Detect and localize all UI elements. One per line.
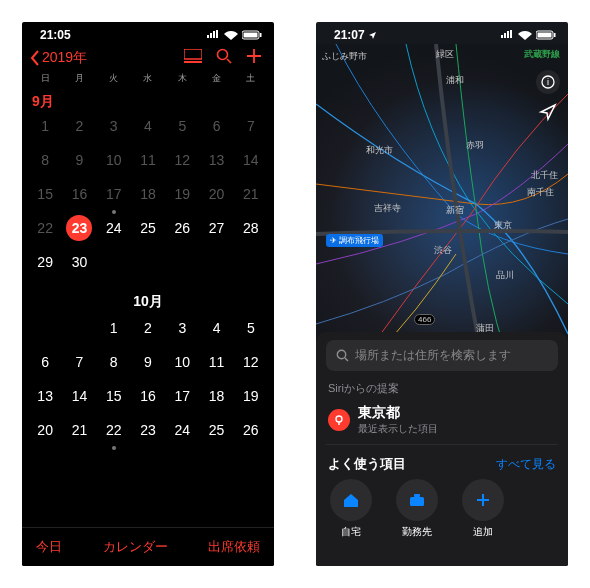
route-shield-466: 466 xyxy=(414,314,435,325)
day-cell[interactable]: 13 xyxy=(28,383,62,417)
day-cell[interactable]: 6 xyxy=(199,113,233,147)
day-cell[interactable]: 8 xyxy=(97,349,131,383)
day-cell[interactable]: 12 xyxy=(165,147,199,181)
day-cell[interactable]: 2 xyxy=(62,113,96,147)
day-cell[interactable]: 19 xyxy=(234,383,268,417)
day-cell[interactable]: 26 xyxy=(234,417,268,451)
label-chofu-airfield: ✈調布飛行場 xyxy=(326,234,383,247)
day-cell[interactable]: 25 xyxy=(199,417,233,451)
day-cell[interactable]: 1 xyxy=(28,113,62,147)
day-cell[interactable]: 4 xyxy=(131,113,165,147)
day-cell[interactable]: 14 xyxy=(234,147,268,181)
day-cell[interactable]: 2 xyxy=(131,315,165,349)
svg-rect-16 xyxy=(414,494,420,497)
day-cell[interactable]: 11 xyxy=(131,147,165,181)
day-cell[interactable]: 29 xyxy=(28,249,62,283)
favorite-add[interactable]: 追加 xyxy=(462,479,504,539)
day-cell xyxy=(165,249,199,283)
day-cell[interactable]: 17 xyxy=(165,383,199,417)
svg-rect-4 xyxy=(184,61,202,63)
day-cell[interactable]: 27 xyxy=(199,215,233,249)
add-event-button[interactable] xyxy=(246,48,262,68)
status-bar: 21:05 xyxy=(22,22,274,44)
svg-rect-8 xyxy=(538,33,552,38)
day-cell[interactable]: 21 xyxy=(62,417,96,451)
day-cell[interactable]: 24 xyxy=(165,417,199,451)
day-cell[interactable]: 9 xyxy=(62,147,96,181)
day-cell[interactable]: 6 xyxy=(28,349,62,383)
day-cell[interactable]: 7 xyxy=(234,113,268,147)
search-input[interactable]: 場所または住所を検索します xyxy=(326,340,558,371)
today-button[interactable]: 今日 xyxy=(36,538,62,556)
day-cell[interactable]: 5 xyxy=(165,113,199,147)
view-toggle-icon[interactable] xyxy=(184,49,202,67)
day-cell[interactable]: 18 xyxy=(199,383,233,417)
day-cell[interactable]: 18 xyxy=(131,181,165,215)
day-cell[interactable]: 12 xyxy=(234,349,268,383)
day-cell[interactable]: 8 xyxy=(28,147,62,181)
day-cell xyxy=(131,249,165,283)
day-cell[interactable]: 26 xyxy=(165,215,199,249)
day-cell[interactable]: 20 xyxy=(28,417,62,451)
label-kitasenju: 北千住 xyxy=(531,169,558,182)
day-cell[interactable]: 4 xyxy=(199,315,233,349)
day-cell[interactable]: 13 xyxy=(199,147,233,181)
day-cell[interactable]: 11 xyxy=(199,349,233,383)
favorite-work[interactable]: 勤務先 xyxy=(396,479,438,539)
label-akabane: 赤羽 xyxy=(466,139,484,152)
day-cell[interactable]: 30 xyxy=(62,249,96,283)
calendars-button[interactable]: カレンダー xyxy=(103,538,168,556)
calendar-header: 2019年 xyxy=(22,44,274,70)
back-to-year-button[interactable]: 2019年 xyxy=(30,49,87,67)
day-cell[interactable]: 10 xyxy=(97,147,131,181)
day-cell[interactable]: 9 xyxy=(131,349,165,383)
day-cell[interactable]: 19 xyxy=(165,181,199,215)
suggestion-subtitle: 最近表示した項目 xyxy=(358,422,438,436)
day-cell[interactable]: 3 xyxy=(165,315,199,349)
inbox-button[interactable]: 出席依頼 xyxy=(208,538,260,556)
label-urawa: 浦和 xyxy=(446,74,464,87)
transit-lines xyxy=(316,44,568,354)
map-canvas[interactable]: ふじみ野市 緑区 武蔵野線 浦和 和光市 赤羽 北千住 南千住 吉祥寺 新宿 東… xyxy=(316,44,568,354)
status-time: 21:07 xyxy=(334,28,365,42)
day-cell[interactable]: 16 xyxy=(131,383,165,417)
see-all-button[interactable]: すべて見る xyxy=(496,456,556,473)
day-cell[interactable]: 23 xyxy=(131,417,165,451)
day-cell[interactable]: 20 xyxy=(199,181,233,215)
day-cell[interactable]: 25 xyxy=(131,215,165,249)
day-cell[interactable]: 23 xyxy=(62,215,96,249)
day-cell[interactable]: 7 xyxy=(62,349,96,383)
status-time: 21:05 xyxy=(40,28,71,42)
search-sheet[interactable]: 場所または住所を検索します Siriからの提案 東京都 最近表示した項目 よく使… xyxy=(316,332,568,566)
day-cell[interactable]: 28 xyxy=(234,215,268,249)
dow-mon: 月 xyxy=(62,70,96,87)
day-cell[interactable]: 15 xyxy=(28,181,62,215)
label-minamisenju: 南千住 xyxy=(527,186,554,199)
favorites-row: 自宅 勤務先 追加 xyxy=(326,479,558,539)
day-cell[interactable]: 17 xyxy=(97,181,131,215)
day-cell[interactable]: 3 xyxy=(97,113,131,147)
back-year-label: 2019年 xyxy=(42,49,87,67)
locate-me-button[interactable] xyxy=(536,100,560,124)
day-cell[interactable]: 21 xyxy=(234,181,268,215)
day-cell[interactable]: 10 xyxy=(165,349,199,383)
svg-text:i: i xyxy=(547,77,549,87)
day-cell[interactable]: 14 xyxy=(62,383,96,417)
day-cell[interactable]: 22 xyxy=(97,417,131,451)
calendar-toolbar: 今日 カレンダー 出席依頼 xyxy=(22,527,274,566)
day-cell[interactable]: 5 xyxy=(234,315,268,349)
day-cell[interactable]: 16 xyxy=(62,181,96,215)
search-icon[interactable] xyxy=(216,48,232,68)
dow-thu: 木 xyxy=(165,70,199,87)
svg-line-6 xyxy=(227,59,231,63)
map-info-button[interactable]: i xyxy=(536,70,560,94)
month-label-sep: 9月 xyxy=(22,87,274,113)
day-cell[interactable]: 1 xyxy=(97,315,131,349)
day-cell[interactable]: 24 xyxy=(97,215,131,249)
svg-rect-15 xyxy=(410,497,424,506)
favorite-home[interactable]: 自宅 xyxy=(330,479,372,539)
day-cell[interactable]: 15 xyxy=(97,383,131,417)
svg-line-13 xyxy=(345,358,348,361)
day-cell[interactable]: 22 xyxy=(28,215,62,249)
siri-suggestion-item[interactable]: 東京都 最近表示した項目 xyxy=(326,400,558,445)
